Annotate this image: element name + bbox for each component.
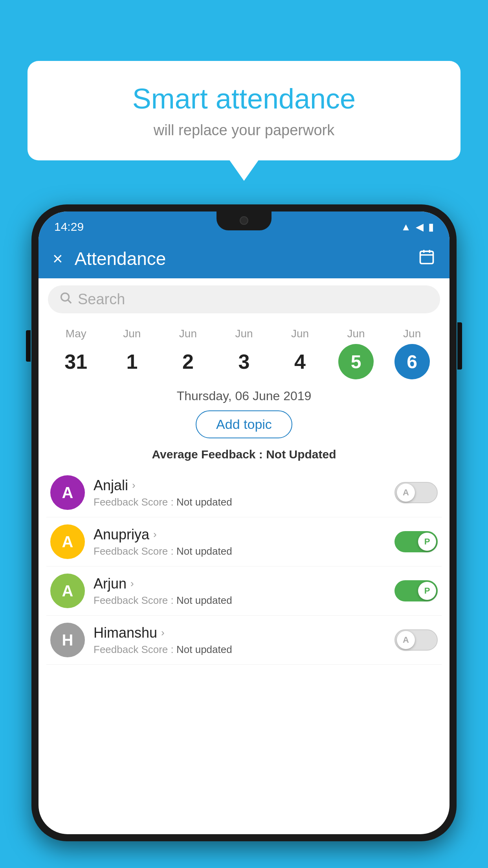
student-name: Anjali ›	[94, 477, 386, 494]
svg-line-5	[68, 300, 71, 303]
student-name: Himanshu ›	[94, 625, 386, 641]
search-icon	[59, 291, 72, 308]
student-avatar: A	[50, 574, 85, 608]
cal-date-number: 2	[170, 344, 205, 379]
page-title: Attendance	[75, 248, 406, 269]
calendar-icon[interactable]	[418, 248, 435, 269]
calendar-row: May31Jun1Jun2Jun3Jun4Jun5Jun6	[39, 320, 449, 379]
cal-month-label: Jun	[123, 327, 141, 340]
cal-month-label: Jun	[403, 327, 421, 340]
speech-bubble-title: Smart attendance	[51, 83, 437, 115]
chevron-right-icon: ›	[161, 627, 165, 639]
chevron-right-icon: ›	[153, 528, 157, 541]
student-list: AAnjali ›Feedback Score : Not updatedAAA…	[39, 468, 449, 665]
feedback-value: Not updated	[176, 594, 232, 606]
cal-date-number: 1	[114, 344, 150, 379]
status-icons: ▲ ◀ ▮	[401, 221, 434, 233]
student-info: Himanshu ›Feedback Score : Not updated	[94, 625, 386, 656]
feedback-value: Not updated	[176, 644, 232, 655]
cal-date-number: 5	[338, 344, 374, 379]
cal-month-label: May	[66, 327, 86, 340]
svg-point-4	[61, 293, 69, 301]
feedback-value: Not updated	[176, 496, 232, 508]
avg-feedback-label: Average Feedback :	[152, 448, 262, 461]
student-feedback: Feedback Score : Not updated	[94, 545, 386, 557]
search-bar[interactable]: Search	[48, 285, 440, 313]
speech-bubble: Smart attendance will replace your paper…	[28, 61, 460, 160]
student-info: Anupriya ›Feedback Score : Not updated	[94, 526, 386, 557]
selected-date-label: Thursday, 06 June 2019	[39, 389, 449, 403]
avg-feedback-value: Not Updated	[266, 448, 336, 461]
volume-button	[26, 330, 31, 362]
attendance-toggle[interactable]: P	[394, 580, 438, 601]
avg-feedback: Average Feedback : Not Updated	[39, 448, 449, 461]
student-name: Arjun ›	[94, 576, 386, 592]
cal-date-number: 4	[283, 344, 318, 379]
camera-dot	[240, 216, 248, 225]
power-button	[457, 322, 462, 370]
close-button[interactable]: ×	[53, 249, 63, 268]
toggle-knob: A	[397, 631, 415, 649]
student-item[interactable]: HHimanshu ›Feedback Score : Not updatedA	[46, 616, 442, 665]
phone-frame: 14:29 ▲ ◀ ▮ × Attendance	[31, 204, 457, 868]
phone-notch	[216, 211, 272, 230]
student-item[interactable]: AAnupriya ›Feedback Score : Not updatedP	[46, 517, 442, 566]
add-topic-button[interactable]: Add topic	[196, 410, 292, 438]
calendar-day[interactable]: Jun2	[164, 327, 211, 379]
student-item[interactable]: AArjun ›Feedback Score : Not updatedP	[46, 566, 442, 616]
student-feedback: Feedback Score : Not updated	[94, 644, 386, 656]
wifi-icon: ▲	[401, 221, 411, 233]
cal-month-label: Jun	[235, 327, 253, 340]
student-feedback: Feedback Score : Not updated	[94, 594, 386, 607]
calendar-day[interactable]: Jun4	[277, 327, 324, 379]
calendar-day[interactable]: May31	[52, 327, 99, 379]
phone-screen: 14:29 ▲ ◀ ▮ × Attendance	[39, 211, 449, 834]
chevron-right-icon: ›	[132, 479, 136, 491]
cal-date-number: 3	[226, 344, 262, 379]
calendar-day[interactable]: Jun6	[389, 327, 436, 379]
feedback-value: Not updated	[176, 545, 232, 557]
cal-month-label: Jun	[347, 327, 365, 340]
battery-icon: ▮	[428, 221, 434, 233]
student-item[interactable]: AAnjali ›Feedback Score : Not updatedA	[46, 468, 442, 517]
toggle-knob: P	[418, 582, 436, 600]
calendar-day[interactable]: Jun5	[332, 327, 380, 379]
chevron-right-icon: ›	[130, 577, 134, 590]
status-time: 14:29	[54, 220, 84, 234]
student-name: Anupriya ›	[94, 526, 386, 543]
attendance-toggle[interactable]: A	[394, 482, 438, 503]
student-info: Arjun ›Feedback Score : Not updated	[94, 576, 386, 607]
cal-month-label: Jun	[291, 327, 309, 340]
attendance-toggle[interactable]: P	[394, 531, 438, 552]
toggle-knob: P	[418, 533, 436, 551]
student-info: Anjali ›Feedback Score : Not updated	[94, 477, 386, 508]
search-placeholder: Search	[78, 291, 125, 308]
cal-month-label: Jun	[179, 327, 197, 340]
student-avatar: A	[50, 475, 85, 510]
student-avatar: A	[50, 524, 85, 559]
speech-bubble-subtitle: will replace your paperwork	[51, 122, 437, 139]
student-feedback: Feedback Score : Not updated	[94, 496, 386, 508]
cal-date-number: 6	[394, 344, 430, 379]
speech-bubble-container: Smart attendance will replace your paper…	[28, 61, 460, 160]
svg-rect-0	[420, 251, 433, 263]
calendar-day[interactable]: Jun3	[220, 327, 268, 379]
cal-date-number: 31	[58, 344, 94, 379]
app-header: × Attendance	[39, 239, 449, 278]
calendar-day[interactable]: Jun1	[108, 327, 156, 379]
toggle-knob: A	[397, 484, 415, 502]
student-avatar: H	[50, 623, 85, 657]
signal-icon: ◀	[416, 221, 424, 233]
attendance-toggle[interactable]: A	[394, 629, 438, 651]
phone-outer: 14:29 ▲ ◀ ▮ × Attendance	[31, 204, 457, 841]
